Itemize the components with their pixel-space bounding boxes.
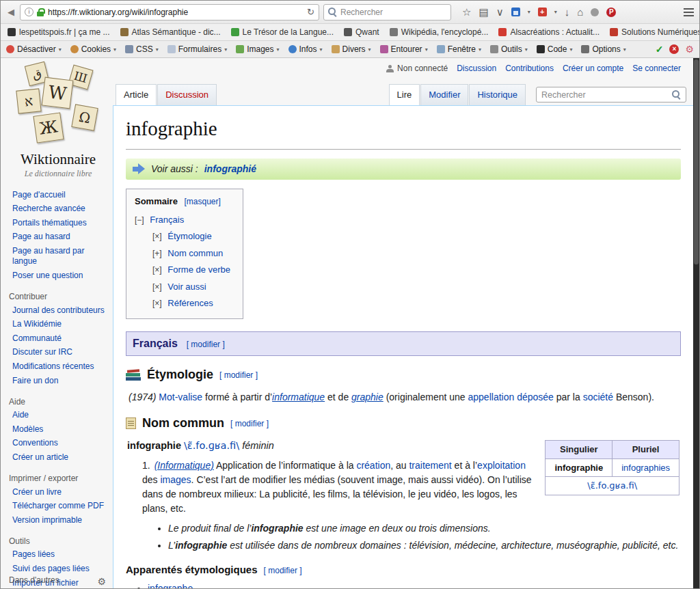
sidebar-item-don[interactable]: Faire un don — [9, 374, 107, 388]
downloads-icon[interactable]: ↓ — [565, 7, 570, 17]
personal-link-creer-compte[interactable]: Créer un compte — [563, 64, 623, 73]
edit-section-link[interactable]: [ modifier ] — [219, 369, 258, 381]
table-cell-pronunciation[interactable]: \ɛ̃.fo.ɡʁa.fi\ — [546, 477, 679, 495]
bookmark-item[interactable]: Alsacréations : Actualit... — [498, 27, 600, 37]
edit-section-link[interactable]: [ modifier ] — [187, 340, 225, 349]
addon-plus-icon[interactable]: + — [538, 8, 547, 16]
tab-discussion[interactable]: Discussion — [157, 84, 217, 105]
sidebar-item-imprimable[interactable]: Version imprimable — [9, 513, 107, 528]
page-info-icon[interactable] — [25, 8, 33, 16]
edit-section-link[interactable]: [ modifier ] — [230, 417, 269, 430]
sidebar-item-creer-livre[interactable]: Créer un livre — [9, 485, 107, 499]
toc-link[interactable]: Français — [150, 215, 184, 225]
sidebar-item-wikidemie[interactable]: La Wikidémie — [9, 318, 107, 332]
sidebar-item-journal[interactable]: Journal des contributeurs — [9, 303, 107, 318]
error-cross-icon[interactable]: × — [669, 44, 679, 54]
url-input[interactable] — [48, 8, 304, 17]
menu-icon[interactable] — [684, 8, 694, 16]
sidebar-item-aide[interactable]: Aide — [9, 409, 107, 423]
link-creation[interactable]: création — [356, 460, 390, 471]
sidebar-item-modifs[interactable]: Modifications récentes — [9, 360, 107, 374]
home-icon[interactable]: ⌂ — [577, 7, 583, 17]
bookmark-item[interactable]: Le Trésor de la Langue... — [231, 27, 334, 37]
bookmark-item[interactable]: lespetitspois.fr | ça me ... — [8, 27, 110, 37]
sidebar-item-irc[interactable]: Discuter sur IRC — [9, 346, 107, 360]
devbar-item-code[interactable]: Code ▾ — [537, 44, 573, 54]
sidebar-item-pdf[interactable]: Télécharger comme PDF — [9, 499, 107, 514]
link-societe[interactable]: société — [583, 392, 613, 402]
valid-check-icon[interactable]: ✓ — [656, 44, 664, 55]
save-menu-caret-icon[interactable]: ▾ — [528, 9, 530, 15]
link-infographe[interactable]: infographe — [148, 583, 193, 588]
toc-link[interactable]: Forme de verbe — [167, 264, 230, 275]
toc-toggle-icon[interactable]: [−] — [135, 215, 144, 225]
link-appellation-deposee[interactable]: appellation déposée — [468, 392, 554, 402]
sidebar-item-pages-liees[interactable]: Pages liées — [9, 548, 107, 562]
link-mot-valise[interactable]: Mot-valise — [159, 392, 202, 402]
bookmark-item[interactable]: Wikipédia, l'encyclopé... — [390, 27, 489, 37]
ssl-lock-icon[interactable] — [37, 8, 44, 16]
toc-link[interactable]: Étymologie — [167, 231, 211, 241]
language-name[interactable]: Français — [133, 338, 178, 349]
pocket-icon[interactable]: ∨ — [496, 7, 504, 17]
toc-toggle-icon[interactable]: [×] — [152, 299, 162, 308]
link-exploitation[interactable]: exploitation — [477, 460, 526, 471]
sidebar-item-creer-article[interactable]: Créer un article — [9, 451, 107, 465]
shield-icon[interactable] — [591, 8, 599, 16]
devbar-item-css[interactable]: CSS ▾ — [125, 44, 159, 54]
toc-toggle-icon[interactable]: [×] — [152, 282, 162, 292]
sidebar-item-modeles[interactable]: Modèles — [9, 422, 107, 437]
wiktionary-logo[interactable]: ق Ш W א Ω Ж — [13, 64, 103, 147]
scrollbar-thumb[interactable] — [694, 59, 699, 264]
link-images[interactable]: images — [160, 474, 191, 485]
link-informatique[interactable]: informatique — [272, 392, 325, 402]
sidebar-item-portails[interactable]: Portails thématiques — [9, 216, 107, 230]
bookmark-item[interactable]: Solutions Numériques ... — [610, 27, 699, 37]
search-engine-icon[interactable] — [328, 8, 337, 16]
personal-link-connexion[interactable]: Se connecter — [632, 64, 681, 73]
sidebar-item-communaute[interactable]: Communauté — [9, 331, 107, 346]
devbar-item-images[interactable]: Images ▾ — [236, 44, 279, 54]
bookmark-item[interactable]: Atlas Sémantique - dic... — [120, 27, 221, 37]
browser-search-bar[interactable] — [323, 4, 451, 20]
see-also-link[interactable]: infographié — [204, 162, 256, 176]
reload-icon[interactable]: ↻ — [307, 7, 314, 17]
save-page-icon[interactable] — [511, 8, 520, 16]
pronunciation-link[interactable]: \ɛ̃.fo.ɡʁa.fi\ — [184, 440, 239, 451]
addon-menu-caret-icon[interactable]: ▾ — [554, 9, 557, 15]
search-icon[interactable] — [672, 90, 681, 99]
vertical-scrollbar[interactable] — [693, 58, 699, 588]
address-bar[interactable]: ↻ — [20, 4, 319, 20]
bookmark-star-icon[interactable]: ☆ — [462, 7, 471, 17]
sidebar-item-question[interactable]: Poser une question — [9, 269, 107, 284]
link-domain-informatique[interactable]: (Informatique) — [154, 460, 214, 471]
sidebar-item-suivi[interactable]: Suivi des pages liées — [9, 562, 107, 576]
sidebar-item-recherche-avancee[interactable]: Recherche avancée — [9, 202, 107, 217]
devbar-gear-icon[interactable]: ⚙ — [685, 44, 694, 55]
link-graphie[interactable]: graphie — [351, 392, 383, 402]
toc-link[interactable]: Nom commun — [167, 248, 223, 258]
tab-article[interactable]: Article — [116, 84, 157, 105]
devbar-item-formulaires[interactable]: Formulaires ▾ — [167, 44, 227, 54]
sidebar-item-conventions[interactable]: Conventions — [9, 437, 107, 451]
devbar-item-cookies[interactable]: Cookies ▾ — [70, 44, 116, 54]
toc-toggle-icon[interactable]: [×] — [152, 232, 162, 241]
devbar-item-options[interactable]: Options ▾ — [581, 44, 625, 54]
toc-toggle-icon[interactable]: [×] — [152, 265, 162, 275]
devbar-item-desactiver[interactable]: Désactiver ▾ — [6, 44, 62, 54]
toc-toggle-icon[interactable]: [+] — [152, 249, 162, 258]
sidebar-item-accueil[interactable]: Page d'accueil — [9, 188, 107, 202]
table-cell-plural[interactable]: infographies — [612, 458, 679, 477]
browser-search-input[interactable] — [340, 8, 446, 17]
site-wordmark[interactable]: Wiktionnaire — [9, 151, 107, 168]
toc-hide-link[interactable]: [masquer] — [185, 197, 221, 206]
bookmark-item[interactable]: Qwant — [344, 27, 379, 37]
devbar-item-outils[interactable]: Outils ▾ — [490, 44, 528, 54]
devbar-item-fenetre[interactable]: Fenêtre ▾ — [437, 44, 481, 54]
toc-link[interactable]: Voir aussi — [167, 282, 206, 292]
sidebar-item-hasard-langue[interactable]: Page au hasard par langue — [9, 244, 107, 269]
personal-link-discussion[interactable]: Discussion — [457, 64, 496, 73]
tab-historique[interactable]: Historique — [469, 84, 526, 105]
wiki-search-input[interactable] — [541, 90, 668, 100]
tab-modifier[interactable]: Modifier — [420, 84, 468, 105]
